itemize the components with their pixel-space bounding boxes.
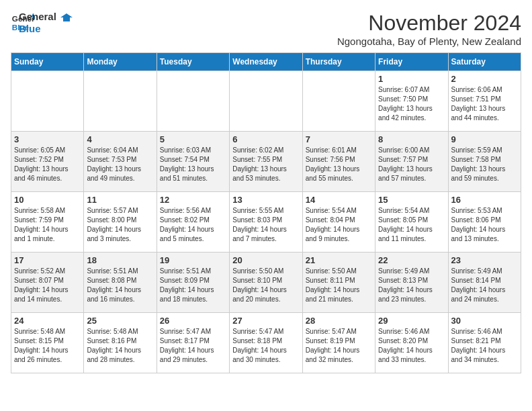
calendar-cell (302, 71, 375, 132)
day-number: 13 (232, 195, 299, 205)
day-info: Sunrise: 5:54 AM Sunset: 8:05 PM Dayligh… (378, 206, 445, 244)
day-info: Sunrise: 5:50 AM Sunset: 8:10 PM Dayligh… (232, 267, 299, 304)
day-info: Sunrise: 5:51 AM Sunset: 8:08 PM Dayligh… (87, 267, 153, 304)
day-info: Sunrise: 5:47 AM Sunset: 8:19 PM Dayligh… (306, 327, 372, 365)
calendar-week-row: 1Sunrise: 6:07 AM Sunset: 7:50 PM Daylig… (11, 71, 521, 132)
day-number: 19 (160, 255, 226, 265)
day-info: Sunrise: 5:49 AM Sunset: 8:14 PM Dayligh… (451, 267, 518, 304)
day-number: 22 (378, 255, 445, 265)
day-number: 12 (160, 195, 226, 205)
calendar-cell: 24Sunrise: 5:48 AM Sunset: 8:15 PM Dayli… (11, 313, 84, 373)
calendar-cell: 3Sunrise: 6:05 AM Sunset: 7:52 PM Daylig… (11, 132, 84, 192)
calendar-cell: 12Sunrise: 5:56 AM Sunset: 8:02 PM Dayli… (157, 192, 229, 253)
day-info: Sunrise: 5:49 AM Sunset: 8:13 PM Dayligh… (378, 267, 445, 304)
day-number: 2 (451, 74, 518, 84)
calendar-cell: 14Sunrise: 5:54 AM Sunset: 8:04 PM Dayli… (302, 192, 375, 253)
day-info: Sunrise: 6:02 AM Sunset: 7:55 PM Dayligh… (232, 146, 299, 183)
calendar-cell: 18Sunrise: 5:51 AM Sunset: 8:08 PM Dayli… (84, 253, 157, 313)
svg-marker-4 (60, 13, 73, 21)
day-number: 14 (306, 195, 372, 205)
calendar-cell: 11Sunrise: 5:57 AM Sunset: 8:00 PM Dayli… (84, 192, 157, 253)
day-info: Sunrise: 5:46 AM Sunset: 8:20 PM Dayligh… (378, 327, 445, 365)
logo-blue: Blue (19, 23, 73, 34)
calendar-cell: 16Sunrise: 5:53 AM Sunset: 8:06 PM Dayli… (448, 192, 521, 253)
day-info: Sunrise: 5:56 AM Sunset: 8:02 PM Dayligh… (160, 206, 226, 244)
day-number: 8 (378, 134, 445, 144)
calendar-cell: 19Sunrise: 5:51 AM Sunset: 8:09 PM Dayli… (157, 253, 229, 313)
calendar-cell: 26Sunrise: 5:47 AM Sunset: 8:17 PM Dayli… (157, 313, 229, 373)
calendar-cell: 28Sunrise: 5:47 AM Sunset: 8:19 PM Dayli… (302, 313, 375, 373)
weekday-header: Sunday (11, 53, 84, 71)
calendar-week-row: 3Sunrise: 6:05 AM Sunset: 7:52 PM Daylig… (11, 132, 521, 192)
calendar-cell: 1Sunrise: 6:07 AM Sunset: 7:50 PM Daylig… (375, 71, 448, 132)
logo: General Blue General Blue (11, 11, 73, 35)
calendar-week-row: 10Sunrise: 5:58 AM Sunset: 7:59 PM Dayli… (11, 192, 521, 253)
day-info: Sunrise: 5:50 AM Sunset: 8:11 PM Dayligh… (306, 267, 372, 304)
calendar-cell: 25Sunrise: 5:48 AM Sunset: 8:16 PM Dayli… (84, 313, 157, 373)
calendar-cell: 4Sunrise: 6:04 AM Sunset: 7:53 PM Daylig… (84, 132, 157, 192)
day-info: Sunrise: 6:03 AM Sunset: 7:54 PM Dayligh… (160, 146, 226, 183)
day-info: Sunrise: 5:47 AM Sunset: 8:18 PM Dayligh… (232, 327, 299, 365)
calendar-cell: 2Sunrise: 6:06 AM Sunset: 7:51 PM Daylig… (448, 71, 521, 132)
logo-bird-icon (60, 12, 73, 23)
day-number: 5 (160, 134, 226, 144)
calendar-cell: 8Sunrise: 6:00 AM Sunset: 7:57 PM Daylig… (375, 132, 448, 192)
day-info: Sunrise: 6:06 AM Sunset: 7:51 PM Dayligh… (451, 85, 518, 123)
day-number: 30 (451, 316, 518, 326)
day-number: 25 (87, 316, 153, 326)
calendar-cell: 21Sunrise: 5:50 AM Sunset: 8:11 PM Dayli… (302, 253, 375, 313)
day-number: 29 (378, 316, 445, 326)
day-number: 27 (232, 316, 299, 326)
day-number: 11 (87, 195, 153, 205)
day-info: Sunrise: 5:58 AM Sunset: 7:59 PM Dayligh… (14, 206, 81, 244)
calendar-cell: 22Sunrise: 5:49 AM Sunset: 8:13 PM Dayli… (375, 253, 448, 313)
day-number: 28 (306, 316, 372, 326)
calendar-cell: 6Sunrise: 6:02 AM Sunset: 7:55 PM Daylig… (230, 132, 302, 192)
day-info: Sunrise: 5:48 AM Sunset: 8:16 PM Dayligh… (87, 327, 153, 365)
day-number: 1 (378, 74, 445, 84)
day-number: 18 (87, 255, 153, 265)
day-info: Sunrise: 5:53 AM Sunset: 8:06 PM Dayligh… (451, 206, 518, 244)
calendar-week-row: 24Sunrise: 5:48 AM Sunset: 8:15 PM Dayli… (11, 313, 521, 373)
calendar-cell (157, 71, 229, 132)
day-info: Sunrise: 6:07 AM Sunset: 7:50 PM Dayligh… (378, 85, 445, 123)
weekday-header: Tuesday (157, 53, 229, 71)
weekday-header: Monday (84, 53, 157, 71)
weekday-header: Friday (375, 53, 448, 71)
day-info: Sunrise: 5:46 AM Sunset: 8:21 PM Dayligh… (451, 327, 518, 365)
calendar-cell: 23Sunrise: 5:49 AM Sunset: 8:14 PM Dayli… (448, 253, 521, 313)
day-info: Sunrise: 6:01 AM Sunset: 7:56 PM Dayligh… (306, 146, 372, 183)
calendar-cell (230, 71, 302, 132)
day-info: Sunrise: 5:55 AM Sunset: 8:03 PM Dayligh… (232, 206, 299, 244)
calendar-cell: 9Sunrise: 5:59 AM Sunset: 7:58 PM Daylig… (448, 132, 521, 192)
day-number: 16 (451, 195, 518, 205)
calendar-cell: 30Sunrise: 5:46 AM Sunset: 8:21 PM Dayli… (448, 313, 521, 373)
day-info: Sunrise: 5:54 AM Sunset: 8:04 PM Dayligh… (306, 206, 372, 244)
weekday-header: Thursday (302, 53, 375, 71)
calendar-cell: 10Sunrise: 5:58 AM Sunset: 7:59 PM Dayli… (11, 192, 84, 253)
location-title: Ngongotaha, Bay of Plenty, New Zealand (337, 36, 521, 47)
calendar-table: SundayMondayTuesdayWednesdayThursdayFrid… (11, 52, 521, 373)
calendar-cell (84, 71, 157, 132)
day-number: 26 (160, 316, 226, 326)
day-number: 20 (232, 255, 299, 265)
calendar-cell: 17Sunrise: 5:52 AM Sunset: 8:07 PM Dayli… (11, 253, 84, 313)
calendar-cell (11, 71, 84, 132)
day-number: 17 (14, 255, 81, 265)
page-header: General Blue General Blue November 2024 … (11, 11, 521, 47)
day-number: 3 (14, 134, 81, 144)
weekday-header-row: SundayMondayTuesdayWednesdayThursdayFrid… (11, 53, 521, 71)
day-info: Sunrise: 5:59 AM Sunset: 7:58 PM Dayligh… (451, 146, 518, 183)
day-info: Sunrise: 6:05 AM Sunset: 7:52 PM Dayligh… (14, 146, 81, 183)
day-info: Sunrise: 5:51 AM Sunset: 8:09 PM Dayligh… (160, 267, 226, 304)
day-number: 6 (232, 134, 299, 144)
calendar-cell: 13Sunrise: 5:55 AM Sunset: 8:03 PM Dayli… (230, 192, 302, 253)
logo-general: General (19, 11, 73, 23)
title-block: November 2024 Ngongotaha, Bay of Plenty,… (337, 11, 521, 47)
day-info: Sunrise: 5:47 AM Sunset: 8:17 PM Dayligh… (160, 327, 226, 365)
calendar-cell: 7Sunrise: 6:01 AM Sunset: 7:56 PM Daylig… (302, 132, 375, 192)
day-info: Sunrise: 5:48 AM Sunset: 8:15 PM Dayligh… (14, 327, 81, 365)
day-number: 10 (14, 195, 81, 205)
day-number: 15 (378, 195, 445, 205)
day-info: Sunrise: 6:00 AM Sunset: 7:57 PM Dayligh… (378, 146, 445, 183)
